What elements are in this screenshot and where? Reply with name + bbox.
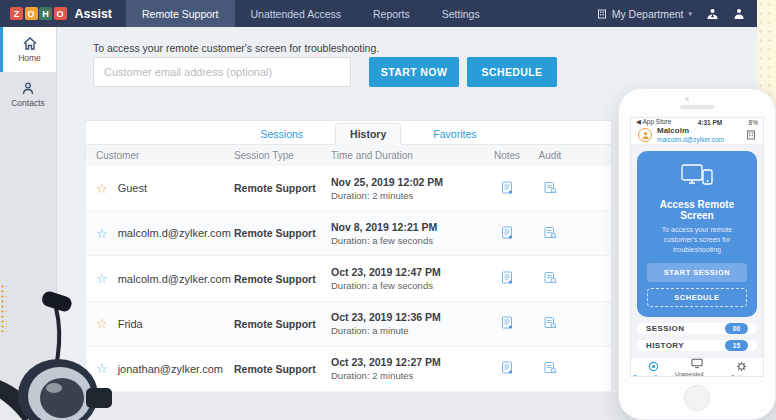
department-dropdown[interactable]: My Department ▾ [597,8,692,20]
customer-name: jonathan@zylker.com [118,363,223,375]
contacts-icon [21,82,35,95]
phone-camera [685,97,689,101]
page: Z O H O Assist Remote Support Unattended… [0,0,776,420]
col-notes: Notes [488,150,526,161]
table-row[interactable]: ☆Guest Remote Support Nov 25, 2019 12:02… [86,166,611,211]
phone-nav-settings[interactable]: Settings [719,358,763,377]
audit-icon[interactable] [544,181,557,196]
session-type: Remote Support [234,227,331,239]
chevron-down-icon: ▾ [688,10,692,18]
session-type: Remote Support [234,273,331,285]
session-counter[interactable]: SESSION 00 [637,323,757,334]
access-remote-screen-card: Access Remote Screen To access your remo… [637,151,757,317]
sidebar-item-label: Contacts [11,98,45,108]
session-time: Oct 23, 2019 12:36 PM [331,311,488,323]
phone-schedule-button[interactable]: SCHEDULE [647,288,747,307]
phone-screen: ◀ App Store 4:31 PM 8% Malcolm malcolm.d… [630,117,764,377]
session-duration: Duration: a few seconds [331,280,488,291]
customer-name: malcolm.d@zylker.com [118,227,231,239]
history-counter-label: HISTORY [646,341,684,350]
phone-card-body: To access your remote customer's screen … [647,225,747,255]
phone-nav-label: Remote Support [633,374,673,377]
session-counter-label: SESSION [646,324,684,333]
nav-tab-remote-support[interactable]: Remote Support [126,0,234,27]
table-header: Customer Session Type Time and Duration … [86,145,611,166]
zoho-logo: Z O H O [0,0,75,27]
phone-card-title: Access Remote Screen [647,199,747,221]
schedule-button[interactable]: SCHEDULE [467,57,557,87]
session-type: Remote Support [234,182,331,194]
col-customer: Customer [86,150,234,161]
brand-name: Assist [75,0,113,27]
customer-email-input[interactable] [93,57,351,87]
customer-name: Frida [118,318,143,330]
notes-icon[interactable] [501,226,513,241]
phone-nav-unattended-access[interactable]: Unattended Access [675,358,719,377]
sidebar-item-home[interactable]: Home [0,27,56,72]
session-time: Nov 8, 2019 12:21 PM [331,221,488,233]
logo-tile: O [25,7,38,20]
building-icon [597,9,607,19]
status-left: ◀ App Store [636,118,671,126]
troubleshooting-description: To access your remote customer's screen … [93,42,379,54]
tab-sessions[interactable]: Sessions [255,124,310,144]
nav-tab-settings[interactable]: Settings [426,0,496,27]
deploy-agent-icon[interactable] [706,8,719,20]
top-navbar: Z O H O Assist Remote Support Unattended… [0,0,757,27]
status-battery: 8% [749,119,758,126]
audit-icon[interactable] [544,226,557,241]
history-counter[interactable]: HISTORY 15 [637,340,757,351]
status-time: 4:31 PM [698,119,723,126]
logo-tile: O [54,7,67,20]
customer-name: malcolm.d@zylker.com [118,273,231,285]
phone-user-email[interactable]: malcolm.d@zylker.com [657,136,724,144]
tab-favorites[interactable]: Favorites [427,124,482,144]
phone-home-button[interactable] [684,385,710,411]
col-time-duration: Time and Duration [331,150,488,161]
phone-nav-label: Settings [731,374,751,377]
devices-icon [680,173,714,190]
customer-name: Guest [118,182,147,194]
logo-tile: H [39,7,52,20]
notes-icon[interactable] [501,181,513,196]
session-duration: Duration: a few seconds [331,235,488,246]
sidebar-item-contacts[interactable]: Contacts [0,72,56,117]
phone-nav-remote-support[interactable]: Remote Support [631,358,675,377]
user-account-icon[interactable] [733,8,745,20]
tab-history[interactable]: History [335,123,401,145]
notes-icon[interactable] [501,271,513,286]
nav-tab-reports[interactable]: Reports [357,0,426,27]
main-nav: Remote Support Unattended Access Reports… [126,0,496,27]
audit-icon[interactable] [544,271,557,286]
home-icon [23,37,37,50]
sessions-card: Sessions History Favorites Customer Sess… [85,120,612,392]
table-row[interactable]: ☆jonathan@zylker.com Remote Support Oct … [86,347,611,392]
phone-mockup: ◀ App Store 4:31 PM 8% Malcolm malcolm.d… [618,88,776,420]
department-label: My Department [612,8,684,20]
audit-icon[interactable] [544,361,557,376]
favorite-star-icon[interactable]: ☆ [96,182,108,195]
notes-icon[interactable] [501,316,513,331]
session-time: Oct 23, 2019 12:47 PM [331,266,488,278]
session-duration: Duration: 2 minutes [331,190,488,201]
sidebar-item-label: Home [18,53,41,63]
start-session-button[interactable]: START SESSION [647,263,747,282]
sessions-tabbar: Sessions History Favorites [86,121,611,145]
session-time: Nov 25, 2019 12:02 PM [331,176,488,188]
session-type: Remote Support [234,363,331,375]
phone-nav-label: Unattended Access [675,371,719,377]
session-time: Oct 23, 2019 12:27 PM [331,356,488,368]
table-row[interactable]: ☆malcolm.d@zylker.com Remote Support Oct… [86,256,611,301]
logo-tile: Z [10,7,23,20]
col-audit: Audit [526,150,574,161]
audit-icon[interactable] [544,316,557,331]
avatar [638,128,652,142]
start-now-button[interactable]: START NOW [369,57,459,87]
notes-icon[interactable] [501,361,513,376]
phone-user-row[interactable]: Malcolm malcolm.d@zylker.com [631,126,763,145]
favorite-star-icon[interactable]: ☆ [96,227,108,240]
table-row[interactable]: ☆Frida Remote Support Oct 23, 2019 12:36… [86,302,611,347]
table-row[interactable]: ☆malcolm.d@zylker.com Remote Support Nov… [86,211,611,256]
nav-tab-unattended-access[interactable]: Unattended Access [235,0,357,27]
department-icon[interactable] [746,126,756,144]
